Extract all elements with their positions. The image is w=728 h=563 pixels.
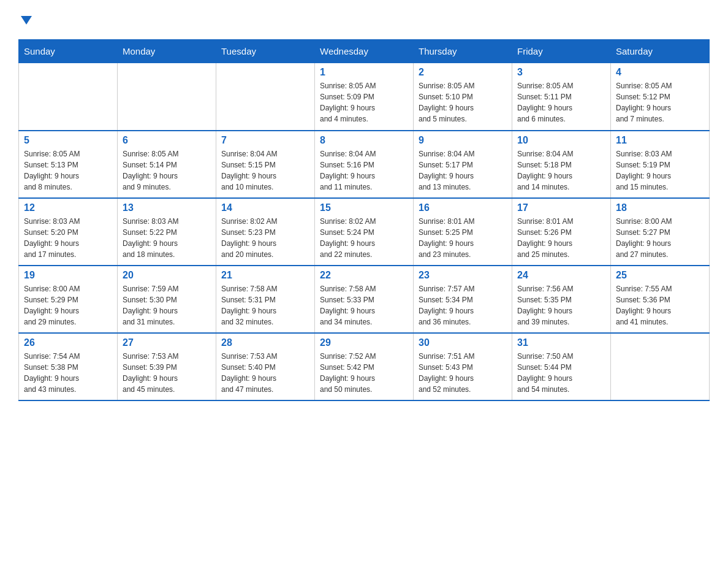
calendar-cell: 7Sunrise: 8:04 AM Sunset: 5:15 PM Daylig…: [216, 131, 315, 198]
day-number: 28: [221, 337, 309, 348]
day-number: 27: [123, 337, 211, 348]
weekday-header-sunday: Sunday: [19, 40, 118, 63]
day-number: 31: [517, 337, 605, 348]
day-number: 11: [616, 135, 704, 146]
calendar-cell: 9Sunrise: 8:04 AM Sunset: 5:17 PM Daylig…: [414, 131, 512, 198]
calendar-cell: 22Sunrise: 7:58 AM Sunset: 5:33 PM Dayli…: [315, 266, 414, 333]
day-number: 8: [320, 135, 408, 146]
day-info: Sunrise: 7:55 AM Sunset: 5:36 PM Dayligh…: [616, 283, 704, 327]
day-number: 18: [616, 202, 704, 213]
calendar-cell: [216, 63, 315, 131]
day-info: Sunrise: 8:03 AM Sunset: 5:19 PM Dayligh…: [616, 148, 704, 193]
header-row: SundayMondayTuesdayWednesdayThursdayFrid…: [19, 40, 710, 63]
calendar-cell: 30Sunrise: 7:51 AM Sunset: 5:43 PM Dayli…: [414, 333, 512, 400]
calendar-table: SundayMondayTuesdayWednesdayThursdayFrid…: [18, 39, 710, 401]
day-number: 17: [517, 202, 605, 213]
calendar-week-row: 19Sunrise: 8:00 AM Sunset: 5:29 PM Dayli…: [19, 266, 710, 333]
weekday-header-friday: Friday: [512, 40, 611, 63]
weekday-header-thursday: Thursday: [414, 40, 512, 63]
day-info: Sunrise: 7:52 AM Sunset: 5:42 PM Dayligh…: [320, 351, 408, 395]
day-number: 30: [419, 337, 507, 348]
calendar-body: 1Sunrise: 8:05 AM Sunset: 5:09 PM Daylig…: [19, 63, 710, 400]
page-header: [18, 12, 710, 27]
day-number: 25: [616, 270, 704, 281]
day-info: Sunrise: 7:53 AM Sunset: 5:40 PM Dayligh…: [221, 351, 309, 395]
calendar-cell: [19, 63, 118, 131]
day-number: 7: [221, 135, 309, 146]
day-info: Sunrise: 7:56 AM Sunset: 5:35 PM Dayligh…: [517, 283, 605, 327]
day-info: Sunrise: 7:51 AM Sunset: 5:43 PM Dayligh…: [419, 351, 507, 395]
day-info: Sunrise: 8:02 AM Sunset: 5:24 PM Dayligh…: [320, 216, 408, 260]
calendar-cell: 26Sunrise: 7:54 AM Sunset: 5:38 PM Dayli…: [19, 333, 118, 400]
day-info: Sunrise: 8:05 AM Sunset: 5:13 PM Dayligh…: [24, 148, 112, 193]
svg-marker-0: [21, 16, 32, 25]
calendar-cell: 31Sunrise: 7:50 AM Sunset: 5:44 PM Dayli…: [512, 333, 611, 400]
calendar-cell: 2Sunrise: 8:05 AM Sunset: 5:10 PM Daylig…: [414, 63, 512, 131]
calendar-cell: 25Sunrise: 7:55 AM Sunset: 5:36 PM Dayli…: [611, 266, 710, 333]
weekday-header-wednesday: Wednesday: [315, 40, 414, 63]
logo: [18, 12, 33, 27]
day-number: 24: [517, 270, 605, 281]
day-number: 3: [517, 67, 605, 78]
calendar-week-row: 12Sunrise: 8:03 AM Sunset: 5:20 PM Dayli…: [19, 198, 710, 266]
calendar-cell: 5Sunrise: 8:05 AM Sunset: 5:13 PM Daylig…: [19, 131, 118, 198]
day-info: Sunrise: 8:01 AM Sunset: 5:25 PM Dayligh…: [419, 216, 507, 260]
calendar-cell: 3Sunrise: 8:05 AM Sunset: 5:11 PM Daylig…: [512, 63, 611, 131]
calendar-cell: 6Sunrise: 8:05 AM Sunset: 5:14 PM Daylig…: [118, 131, 216, 198]
day-number: 9: [419, 135, 507, 146]
calendar-cell: 27Sunrise: 7:53 AM Sunset: 5:39 PM Dayli…: [118, 333, 216, 400]
day-number: 29: [320, 337, 408, 348]
calendar-cell: 24Sunrise: 7:56 AM Sunset: 5:35 PM Dayli…: [512, 266, 611, 333]
day-number: 20: [123, 270, 211, 281]
day-number: 15: [320, 202, 408, 213]
day-number: 6: [123, 135, 211, 146]
calendar-cell: 19Sunrise: 8:00 AM Sunset: 5:29 PM Dayli…: [19, 266, 118, 333]
day-info: Sunrise: 8:05 AM Sunset: 5:11 PM Dayligh…: [517, 80, 605, 124]
calendar-cell: 13Sunrise: 8:03 AM Sunset: 5:22 PM Dayli…: [118, 198, 216, 266]
day-number: 19: [24, 270, 112, 281]
day-info: Sunrise: 8:03 AM Sunset: 5:20 PM Dayligh…: [24, 216, 112, 260]
day-info: Sunrise: 8:04 AM Sunset: 5:15 PM Dayligh…: [221, 148, 309, 193]
calendar-cell: 11Sunrise: 8:03 AM Sunset: 5:19 PM Dayli…: [611, 131, 710, 198]
day-info: Sunrise: 8:05 AM Sunset: 5:12 PM Dayligh…: [616, 80, 704, 124]
calendar-cell: 16Sunrise: 8:01 AM Sunset: 5:25 PM Dayli…: [414, 198, 512, 266]
day-number: 1: [320, 67, 408, 78]
day-info: Sunrise: 8:00 AM Sunset: 5:29 PM Dayligh…: [24, 283, 112, 327]
calendar-cell: 18Sunrise: 8:00 AM Sunset: 5:27 PM Dayli…: [611, 198, 710, 266]
calendar-cell: 17Sunrise: 8:01 AM Sunset: 5:26 PM Dayli…: [512, 198, 611, 266]
day-info: Sunrise: 8:05 AM Sunset: 5:14 PM Dayligh…: [123, 148, 211, 193]
day-info: Sunrise: 8:05 AM Sunset: 5:09 PM Dayligh…: [320, 80, 408, 124]
day-info: Sunrise: 7:58 AM Sunset: 5:33 PM Dayligh…: [320, 283, 408, 327]
day-info: Sunrise: 8:00 AM Sunset: 5:27 PM Dayligh…: [616, 216, 704, 260]
calendar-cell: 15Sunrise: 8:02 AM Sunset: 5:24 PM Dayli…: [315, 198, 414, 266]
weekday-header-monday: Monday: [118, 40, 216, 63]
day-number: 22: [320, 270, 408, 281]
day-number: 23: [419, 270, 507, 281]
day-info: Sunrise: 8:04 AM Sunset: 5:18 PM Dayligh…: [517, 148, 605, 193]
day-number: 12: [24, 202, 112, 213]
day-info: Sunrise: 7:54 AM Sunset: 5:38 PM Dayligh…: [24, 351, 112, 395]
day-info: Sunrise: 7:58 AM Sunset: 5:31 PM Dayligh…: [221, 283, 309, 327]
day-number: 21: [221, 270, 309, 281]
calendar-cell: 1Sunrise: 8:05 AM Sunset: 5:09 PM Daylig…: [315, 63, 414, 131]
day-info: Sunrise: 7:59 AM Sunset: 5:30 PM Dayligh…: [123, 283, 211, 327]
calendar-cell: 8Sunrise: 8:04 AM Sunset: 5:16 PM Daylig…: [315, 131, 414, 198]
logo-triangle-icon: [20, 13, 33, 27]
day-number: 10: [517, 135, 605, 146]
calendar-cell: 21Sunrise: 7:58 AM Sunset: 5:31 PM Dayli…: [216, 266, 315, 333]
calendar-week-row: 1Sunrise: 8:05 AM Sunset: 5:09 PM Daylig…: [19, 63, 710, 131]
calendar-cell: 29Sunrise: 7:52 AM Sunset: 5:42 PM Dayli…: [315, 333, 414, 400]
calendar-cell: [611, 333, 710, 400]
day-info: Sunrise: 8:01 AM Sunset: 5:26 PM Dayligh…: [517, 216, 605, 260]
calendar-cell: 23Sunrise: 7:57 AM Sunset: 5:34 PM Dayli…: [414, 266, 512, 333]
day-number: 26: [24, 337, 112, 348]
day-number: 13: [123, 202, 211, 213]
day-info: Sunrise: 7:50 AM Sunset: 5:44 PM Dayligh…: [517, 351, 605, 395]
calendar-cell: 12Sunrise: 8:03 AM Sunset: 5:20 PM Dayli…: [19, 198, 118, 266]
calendar-cell: [118, 63, 216, 131]
calendar-week-row: 5Sunrise: 8:05 AM Sunset: 5:13 PM Daylig…: [19, 131, 710, 198]
calendar-cell: 14Sunrise: 8:02 AM Sunset: 5:23 PM Dayli…: [216, 198, 315, 266]
day-info: Sunrise: 7:57 AM Sunset: 5:34 PM Dayligh…: [419, 283, 507, 327]
calendar-cell: 20Sunrise: 7:59 AM Sunset: 5:30 PM Dayli…: [118, 266, 216, 333]
day-number: 16: [419, 202, 507, 213]
